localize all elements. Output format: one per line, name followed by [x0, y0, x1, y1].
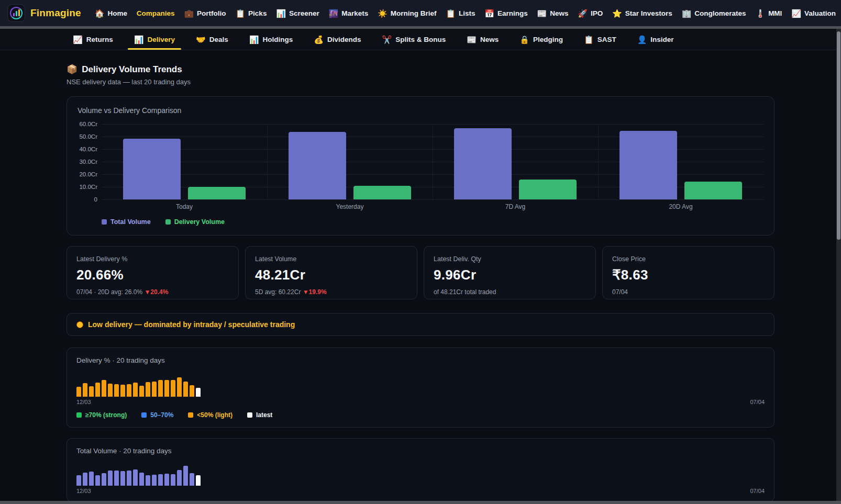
- nav-item-news[interactable]: 📰News: [537, 9, 569, 17]
- day-bar[interactable]: [127, 384, 131, 397]
- day-bar[interactable]: [146, 382, 150, 397]
- chart-legend: Total VolumeDelivery Volume: [102, 218, 763, 226]
- day-bar[interactable]: [177, 470, 182, 486]
- day-bar[interactable]: [183, 466, 188, 486]
- brand[interactable]: Finmagine: [7, 4, 81, 22]
- legend-swatch: [102, 219, 107, 225]
- delivery-volume-bar[interactable]: [188, 187, 246, 199]
- day-bar[interactable]: [190, 385, 194, 397]
- day-bar[interactable]: [108, 384, 113, 397]
- day-bar[interactable]: [76, 475, 81, 486]
- total-volume-bar[interactable]: [619, 131, 677, 199]
- nav-item-morning-brief[interactable]: ☀️Morning Brief: [378, 9, 436, 17]
- tab-holdings[interactable]: 📊Holdings: [247, 29, 295, 50]
- day-bar[interactable]: [83, 473, 87, 486]
- day-bar[interactable]: [120, 471, 125, 486]
- nav-item-ipo[interactable]: 🚀IPO: [578, 9, 603, 17]
- y-tick-label: 20.0Cr: [79, 171, 97, 177]
- delivery-volume-bar[interactable]: [519, 180, 577, 199]
- day-bar[interactable]: [89, 472, 94, 486]
- day-bar[interactable]: [95, 475, 100, 486]
- tab-sast[interactable]: 📋SAST: [582, 29, 618, 50]
- scrollbar-thumb[interactable]: [837, 31, 840, 240]
- nav-item-markets[interactable]: 🌆Markets: [328, 9, 368, 17]
- latest-day-bar[interactable]: [196, 388, 201, 397]
- day-bar[interactable]: [183, 382, 188, 397]
- day-bar[interactable]: [152, 382, 157, 397]
- day-bar[interactable]: [95, 383, 100, 397]
- day-bar[interactable]: [164, 474, 169, 486]
- nav-item-portfolio[interactable]: 💼Portfolio: [184, 9, 226, 17]
- nav-item-valuation[interactable]: 📈Valuation: [791, 9, 836, 17]
- yellow-circle-icon: [76, 321, 83, 328]
- day-bar[interactable]: [89, 386, 94, 397]
- nav-item-picks[interactable]: 📋Picks: [235, 9, 267, 17]
- stat-sub-change-negative: ▼19.9%: [303, 288, 327, 296]
- vertical-scrollbar[interactable]: [836, 29, 841, 501]
- day-bar[interactable]: [146, 475, 150, 486]
- tab-returns[interactable]: 📈Returns: [71, 29, 115, 50]
- day-bar[interactable]: [164, 380, 169, 397]
- nav-item-label: Portfolio: [197, 9, 226, 17]
- nav-item-earnings[interactable]: 📅Earnings: [484, 9, 527, 17]
- latest-day-bar[interactable]: [196, 475, 201, 486]
- tab-deals[interactable]: 🤝Deals: [194, 29, 230, 50]
- finmagine-logo-icon: [7, 4, 25, 22]
- day-bar[interactable]: [133, 383, 138, 397]
- bar-group-today: [102, 124, 267, 199]
- day-bar[interactable]: [120, 385, 125, 397]
- day-bar[interactable]: [83, 383, 87, 397]
- total-volume-bar[interactable]: [454, 128, 512, 199]
- day-bar[interactable]: [158, 380, 163, 397]
- date-start: 12/03: [76, 399, 91, 405]
- date-end: 07/04: [750, 488, 765, 494]
- tab-dividends[interactable]: 💰Dividends: [312, 29, 363, 50]
- day-bar[interactable]: [139, 386, 144, 397]
- nav-menu: 🏠HomeCompanies💼Portfolio📋Picks📊Screener🌆…: [95, 9, 836, 17]
- day-bar[interactable]: [133, 469, 138, 486]
- total-volume-bar[interactable]: [289, 132, 346, 199]
- nav-item-lists[interactable]: 📋Lists: [446, 9, 475, 17]
- total-volume-bar[interactable]: [123, 139, 181, 199]
- tab-news[interactable]: 📰News: [464, 29, 501, 50]
- nav-item-home[interactable]: 🏠Home: [95, 9, 127, 17]
- nav-item-mmi[interactable]: 🌡️MMI: [755, 9, 782, 17]
- legend-swatch: [76, 412, 82, 418]
- nav-item-label: Earnings: [497, 9, 528, 17]
- day-bar[interactable]: [158, 474, 163, 486]
- delivery-pct-date-range: 12/03 07/04: [76, 399, 765, 405]
- delivery-volume-bar[interactable]: [684, 182, 742, 199]
- delivery-pct-card: Delivery % · 20 trading days 12/03 07/04…: [67, 348, 774, 428]
- returns-icon: 📈: [73, 36, 83, 43]
- day-bar[interactable]: [108, 471, 113, 486]
- day-bar[interactable]: [76, 387, 81, 397]
- news-icon: 📰: [467, 36, 477, 43]
- day-bar[interactable]: [139, 473, 144, 486]
- delivery-volume-bar[interactable]: [353, 186, 411, 199]
- day-bar[interactable]: [190, 473, 194, 486]
- nav-item-companies[interactable]: Companies: [137, 9, 175, 17]
- tab-pledging[interactable]: 🔒Pledging: [517, 29, 565, 50]
- nav-item-label: News: [550, 9, 568, 17]
- nav-item-screener[interactable]: 📊Screener: [276, 9, 319, 17]
- mmi-icon: 🌡️: [755, 9, 765, 17]
- day-bar[interactable]: [171, 380, 175, 397]
- day-bar[interactable]: [177, 377, 182, 397]
- legend-label: <50% (light): [197, 411, 233, 419]
- tab-insider[interactable]: 👤Insider: [635, 29, 676, 50]
- tab-delivery[interactable]: 📊Delivery: [132, 29, 177, 50]
- tab-splits-bonus[interactable]: ✂️Splits & Bonus: [380, 29, 448, 50]
- tabs: 📈Returns📊Delivery🤝Deals📊Holdings💰Dividen…: [67, 29, 774, 50]
- nav-item-star-investors[interactable]: ⭐Star Investors: [612, 9, 672, 17]
- horizontal-scrollbar[interactable]: [0, 501, 841, 504]
- top-navigation: Finmagine 🏠HomeCompanies💼Portfolio📋Picks…: [0, 0, 841, 26]
- day-bar[interactable]: [114, 471, 119, 486]
- day-bar[interactable]: [152, 475, 157, 486]
- day-bar[interactable]: [102, 380, 106, 397]
- day-bar[interactable]: [171, 474, 175, 486]
- day-bar[interactable]: [102, 473, 106, 486]
- day-bar[interactable]: [127, 471, 131, 486]
- stat-sub-text: 07/04: [612, 288, 628, 296]
- nav-item-conglomerates[interactable]: 🏢Conglomerates: [682, 9, 746, 17]
- day-bar[interactable]: [114, 384, 119, 397]
